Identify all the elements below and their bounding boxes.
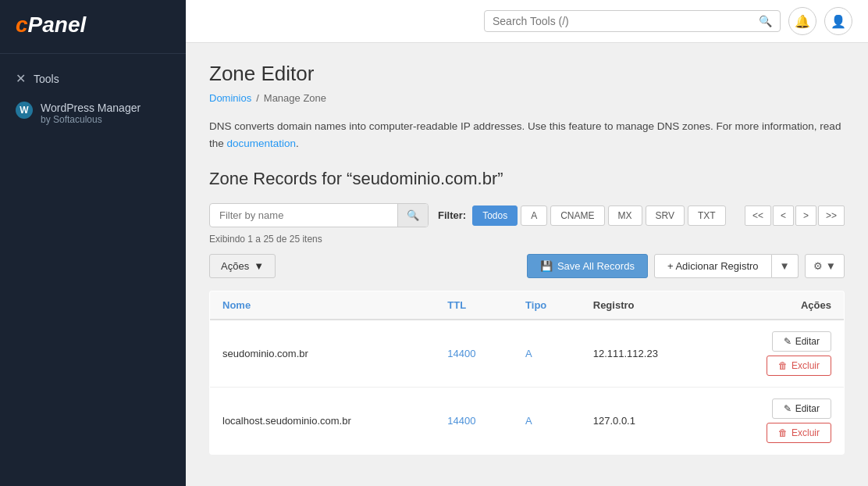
description-link[interactable]: documentation: [227, 138, 297, 149]
description: DNS converts domain names into computer-…: [209, 118, 845, 152]
table-row: seudominio.com.br 14400 A 12.111.112.23 …: [210, 320, 845, 388]
page-next-button[interactable]: >: [795, 205, 816, 226]
filter-bar: 🔍 Filter: Todos A CNAME MX SRV TXT << < …: [209, 203, 845, 245]
adicionar-split-button[interactable]: ▼: [772, 254, 799, 278]
gear-icon: ⚙: [813, 260, 823, 272]
wordpress-label-group: WordPress Manager by Softaculous: [41, 102, 141, 125]
wordpress-sub-label: by Softaculous: [41, 114, 141, 125]
sidebar-item-wordpress[interactable]: W WordPress Manager by Softaculous: [0, 94, 186, 133]
row2-edit-label: Editar: [795, 403, 820, 414]
row1-edit-button[interactable]: ✎ Editar: [772, 331, 831, 352]
row2-nome: localhost.seudominio.com.br: [210, 388, 436, 455]
save-all-button[interactable]: 💾 Save All Records: [527, 254, 648, 278]
split-caret-icon: ▼: [780, 260, 790, 272]
filter-todos[interactable]: Todos: [472, 205, 518, 226]
table-header: Nome TTL Tipo Registro Ações: [210, 291, 845, 320]
row1-actions-cell: ✎ Editar 🗑 Excluir: [724, 331, 831, 376]
col-nome: Nome: [210, 291, 436, 320]
save-label: Save All Records: [557, 260, 635, 272]
col-registro: Registro: [581, 291, 713, 320]
row1-nome: seudominio.com.br: [210, 320, 436, 388]
logo-text: cPanel: [16, 13, 86, 37]
breadcrumb-manage-zone: Manage Zone: [264, 92, 326, 104]
acoes-button[interactable]: Ações ▼: [209, 254, 276, 278]
pagination-info: Exibindo 1 a 25 de 25 itens: [209, 234, 322, 245]
row2-edit-button[interactable]: ✎ Editar: [772, 398, 831, 419]
user-button[interactable]: 👤: [824, 7, 852, 35]
filter-label: Filter:: [438, 209, 466, 221]
row2-registro: 127.0.0.1: [581, 388, 713, 455]
search-input[interactable]: [493, 15, 759, 27]
adicionar-label: + Adicionar Registro: [667, 260, 759, 272]
add-registro-group: + Adicionar Registro ▼: [654, 254, 799, 278]
breadcrumb: Dominios / Manage Zone: [209, 92, 845, 104]
logo-c: c: [16, 13, 28, 37]
filter-input[interactable]: [210, 204, 397, 227]
col-acoes: Ações: [712, 291, 844, 320]
table-row: localhost.seudominio.com.br 14400 A 127.…: [210, 388, 845, 455]
row2-actions: ✎ Editar 🗑 Excluir: [712, 388, 844, 455]
section-title: Zone Records for “seudominio.com.br”: [209, 169, 845, 189]
page-prev-button[interactable]: <: [773, 205, 794, 226]
description-text-after: .: [296, 138, 299, 149]
row2-actions-cell: ✎ Editar 🗑 Excluir: [724, 398, 831, 443]
filter-txt[interactable]: TXT: [688, 205, 726, 226]
logo-panel: Panel: [28, 13, 87, 37]
edit-icon: ✎: [784, 403, 792, 414]
sidebar-tools-label: Tools: [34, 73, 59, 85]
edit-icon: ✎: [784, 336, 792, 347]
page-first-button[interactable]: <<: [745, 205, 771, 226]
notifications-button[interactable]: 🔔: [788, 7, 816, 35]
col-ttl: TTL: [435, 291, 513, 320]
delete-icon: 🗑: [778, 427, 788, 438]
search-button[interactable]: 🔍: [759, 15, 772, 27]
save-icon: 💾: [540, 260, 553, 272]
page-title: Zone Editor: [209, 62, 845, 86]
row1-delete-button[interactable]: 🗑 Excluir: [767, 356, 831, 376]
search-box[interactable]: 🔍: [484, 10, 781, 32]
gear-button[interactable]: ⚙ ▼: [805, 254, 845, 278]
filter-search-button[interactable]: 🔍: [397, 204, 428, 227]
header: 🔍 🔔 👤: [186, 0, 868, 43]
acoes-label: Ações: [221, 260, 249, 272]
breadcrumb-separator: /: [256, 92, 259, 104]
zone-table: Nome TTL Tipo Registro Ações seudominio.…: [209, 291, 845, 455]
filter-input-wrap: 🔍: [209, 203, 429, 227]
sidebar: cPanel ✕ Tools W WordPress Manager by So…: [0, 0, 186, 486]
adicionar-registro-button[interactable]: + Adicionar Registro: [654, 254, 772, 278]
filter-srv[interactable]: SRV: [646, 205, 685, 226]
table-body: seudominio.com.br 14400 A 12.111.112.23 …: [210, 320, 845, 455]
filter-cname[interactable]: CNAME: [550, 205, 604, 226]
filter-a[interactable]: A: [521, 205, 547, 226]
row2-delete-button[interactable]: 🗑 Excluir: [767, 423, 831, 443]
breadcrumb-dominios[interactable]: Dominios: [209, 92, 251, 104]
content-area: Zone Editor Dominios / Manage Zone DNS c…: [186, 43, 868, 486]
filter-mx[interactable]: MX: [608, 205, 642, 226]
delete-icon: 🗑: [778, 360, 788, 371]
wordpress-manager-label: WordPress Manager: [41, 102, 141, 114]
gear-caret-icon: ▼: [826, 260, 836, 272]
row1-del-label: Excluir: [792, 360, 820, 371]
row1-actions: ✎ Editar 🗑 Excluir: [712, 320, 844, 388]
pagination: << < > >>: [745, 205, 845, 226]
sidebar-navigation: ✕ Tools W WordPress Manager by Softaculo…: [0, 54, 186, 142]
sidebar-item-tools[interactable]: ✕ Tools: [0, 63, 186, 94]
sidebar-logo: cPanel: [0, 0, 186, 54]
col-tipo: Tipo: [513, 291, 581, 320]
row1-ttl: 14400: [435, 320, 513, 388]
description-text-before: DNS converts domain names into computer-…: [209, 120, 841, 149]
row2-tipo: A: [513, 388, 581, 455]
row1-edit-label: Editar: [795, 336, 820, 347]
wordpress-icon: W: [16, 102, 33, 119]
tools-icon: ✕: [16, 71, 26, 86]
row2-ttl: 14400: [435, 388, 513, 455]
row1-tipo: A: [513, 320, 581, 388]
actions-row: Ações ▼ 💾 Save All Records + Adicionar R…: [209, 254, 845, 278]
main-content: 🔍 🔔 👤 Zone Editor Dominios / Manage Zone…: [186, 0, 868, 486]
row1-registro: 12.111.112.23: [581, 320, 713, 388]
filter-buttons: Todos A CNAME MX SRV TXT: [472, 205, 726, 226]
row2-del-label: Excluir: [792, 427, 820, 438]
acoes-caret-icon: ▼: [254, 260, 264, 272]
page-last-button[interactable]: >>: [818, 205, 845, 226]
